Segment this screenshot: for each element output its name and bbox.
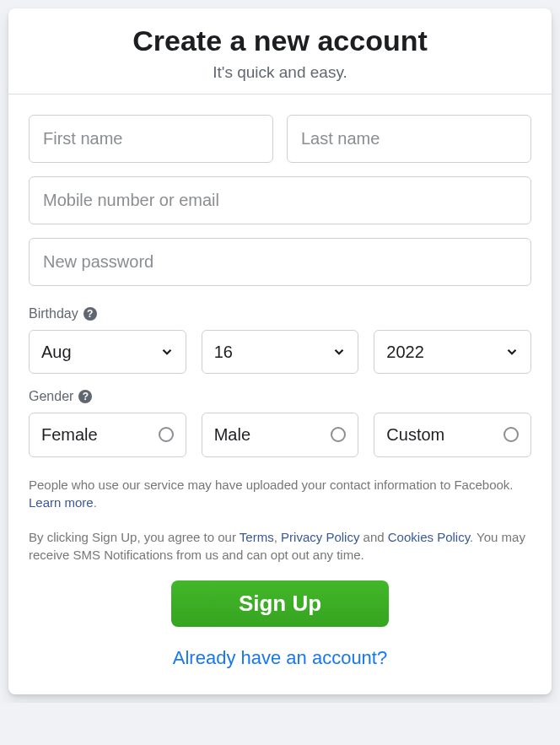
terms-disclaimer: By clicking Sign Up, you agree to our Te… [29, 528, 531, 564]
gender-option-label: Male [214, 425, 250, 445]
contact-input[interactable] [29, 176, 531, 224]
privacy-policy-link[interactable]: Privacy Policy [281, 530, 359, 544]
signup-form: Birthday ? Aug 16 [8, 94, 552, 694]
last-name-input[interactable] [287, 115, 531, 163]
birthday-label: Birthday ? [29, 306, 531, 321]
gender-custom-option[interactable]: Custom [374, 413, 531, 457]
gender-male-option[interactable]: Male [202, 413, 359, 457]
signup-card: Create a new account It's quick and easy… [8, 8, 552, 694]
gender-option-label: Female [41, 425, 98, 445]
help-icon[interactable]: ? [78, 390, 92, 403]
radio-icon [503, 427, 519, 442]
signup-button[interactable]: Sign Up [171, 580, 389, 627]
birthday-day-select[interactable]: 16 [202, 330, 359, 374]
birthday-month-select[interactable]: Aug [29, 330, 186, 374]
radio-icon [159, 427, 174, 442]
page-title: Create a new account [22, 24, 538, 58]
contact-disclaimer: People who use our service may have uplo… [29, 476, 531, 511]
gender-option-label: Custom [386, 425, 444, 445]
gender-label: Gender ? [29, 389, 531, 404]
gender-female-option[interactable]: Female [29, 413, 186, 457]
terms-link[interactable]: Terms [240, 530, 274, 544]
cookies-policy-link[interactable]: Cookies Policy [388, 530, 470, 544]
login-link[interactable]: Already have an account? [173, 647, 387, 668]
help-icon[interactable]: ? [83, 307, 97, 321]
password-input[interactable] [29, 238, 531, 286]
radio-icon [331, 427, 346, 442]
page-subtitle: It's quick and easy. [22, 63, 538, 82]
birthday-year-select[interactable]: 2022 [374, 330, 531, 374]
learn-more-link[interactable]: Learn more [29, 495, 94, 510]
header: Create a new account It's quick and easy… [8, 8, 552, 94]
first-name-input[interactable] [29, 115, 273, 163]
